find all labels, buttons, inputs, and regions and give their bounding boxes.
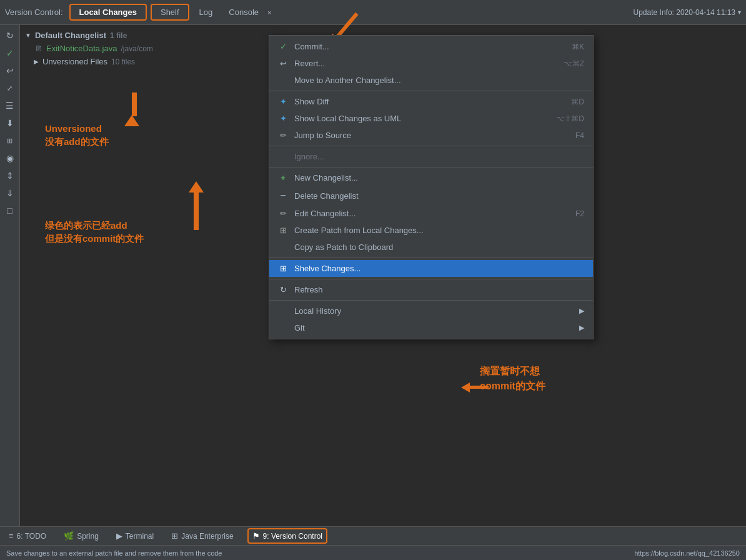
revert-icon[interactable]: ↩ — [2, 62, 18, 79]
tab-terminal[interactable]: ▶ Terminal — [112, 529, 157, 542]
tab-spring-label: Spring — [77, 532, 99, 541]
menu-label-create-patch: Create Patch from Local Changes... — [294, 226, 584, 235]
menu-item-delete-changelist[interactable]: − Delete Changelist — [269, 186, 593, 205]
annotation-unversioned-title: Unversioned — [45, 123, 102, 134]
chevron-down-icon[interactable]: ▾ — [738, 9, 741, 16]
menu-item-refresh[interactable]: ↻ Refresh — [269, 281, 593, 298]
menu-label-uml: Show Local Changes as UML — [294, 114, 550, 123]
file-item-exit-notice[interactable]: 🖹 ExitNoticeData.java /java/com — [20, 42, 289, 55]
menu-item-git[interactable]: Git ▶ — [269, 319, 593, 336]
tab-java-enterprise[interactable]: ⊞ Java Enterprise — [167, 529, 237, 542]
menu-item-uml[interactable]: ✦ Show Local Changes as UML ⌥⇧⌘D — [269, 110, 593, 127]
tab-java-label: Java Enterprise — [181, 532, 233, 541]
expand-icon[interactable]: ⇕ — [2, 168, 18, 184]
menu-item-new-changelist[interactable]: + New Changelist... — [269, 169, 593, 186]
tab-console[interactable]: Console — [222, 5, 265, 19]
annotation-green-desc: 但是没有commit的文件 — [45, 233, 144, 244]
diff-menu-icon: ✦ — [278, 97, 288, 106]
menu-label-new-changelist: New Changelist... — [294, 173, 584, 182]
submenu-arrow-git: ▶ — [579, 324, 584, 332]
patch-icon: ⊞ — [278, 226, 288, 235]
menu-label-jump: Jump to Source — [294, 131, 569, 140]
diff-icon[interactable]: ⤢ — [2, 80, 18, 96]
submenu-arrow-history: ▶ — [579, 307, 584, 315]
menu-label-refresh: Refresh — [294, 285, 584, 294]
menu-item-copy-patch[interactable]: Copy as Patch to Clipboard — [269, 239, 593, 256]
menu-label-history: Local History — [294, 306, 568, 316]
changelist-header[interactable]: ▼ Default Changelist 1 file — [20, 29, 289, 42]
shortcut-revert: ⌥⌘Z — [564, 59, 584, 68]
tab-todo-label: 6: TODO — [17, 532, 47, 541]
separator-1 — [269, 91, 593, 91]
delete-changelist-icon: − — [278, 190, 288, 201]
java-icon: ⊞ — [171, 531, 178, 541]
revert-menu-icon: ↩ — [278, 59, 288, 68]
changelist-name: Default Changelist — [35, 31, 106, 40]
shelve-icon: ⊞ — [278, 264, 288, 273]
tab-console-container: Console × — [222, 5, 271, 19]
separator-6 — [269, 300, 593, 301]
unversioned-triangle-icon: ▶ — [34, 58, 39, 65]
menu-item-move-changelist[interactable]: Move to Another Changelist... — [269, 72, 593, 89]
menu-item-revert[interactable]: ↩ Revert... ⌥⌘Z — [269, 55, 593, 72]
menu-item-shelve[interactable]: ⊞ Shelve Changes... — [269, 260, 593, 277]
commit-icon[interactable]: ✓ — [2, 45, 18, 61]
commit-menu-icon: ✓ — [278, 42, 288, 51]
changelist-file-count: 1 file — [110, 31, 127, 40]
annotation-unversioned: Unversioned 没有add的文件 — [45, 122, 109, 148]
shortcut-diff: ⌘D — [571, 98, 584, 106]
menu-label-revert: Revert... — [294, 59, 557, 68]
edit-changelist-icon: ✏ — [278, 209, 288, 218]
file-name-label: ExitNoticeData.java — [46, 44, 117, 53]
menu-label-shelve: Shelve Changes... — [294, 264, 584, 273]
tab-shelf[interactable]: Shelf — [151, 4, 189, 21]
eye-icon[interactable]: ◉ — [2, 150, 18, 166]
menu-item-jump-source[interactable]: ✏ Jump to Source F4 — [269, 127, 593, 144]
new-changelist-icon: + — [278, 173, 288, 182]
settings-icon[interactable]: □ — [2, 202, 18, 219]
menu-item-local-history[interactable]: Local History ▶ — [269, 302, 593, 319]
update-info-text: Update Info: 2020-04-14 11:13 — [634, 8, 735, 17]
collapse-icon[interactable]: ⇓ — [2, 185, 18, 201]
separator-4 — [269, 258, 593, 258]
menu-item-edit-changelist[interactable]: ✏ Edit Changelist... F2 — [269, 205, 593, 222]
tab-log[interactable]: Log — [193, 5, 219, 19]
download-icon[interactable]: ⬇ — [2, 115, 18, 131]
menu-label-git: Git — [294, 323, 568, 332]
annotation-unversioned-desc: 没有add的文件 — [45, 136, 109, 147]
shortcut-uml: ⌥⇧⌘D — [556, 114, 584, 123]
arrow-unversioned — [129, 92, 139, 126]
menu-item-create-patch[interactable]: ⊞ Create Patch from Local Changes... — [269, 222, 593, 239]
triangle-icon: ▼ — [25, 32, 31, 39]
group-icon[interactable]: ⊞ — [2, 132, 18, 149]
tab-spring[interactable]: 🌿 Spring — [60, 529, 102, 542]
file-path: /java/com — [121, 44, 152, 53]
clipboard-icon[interactable]: ☰ — [2, 98, 18, 114]
shortcut-commit: ⌘K — [572, 42, 584, 51]
refresh-icon[interactable]: ↻ — [2, 28, 18, 44]
unversioned-files-row[interactable]: ▶ Unversioned Files 10 files — [20, 55, 289, 68]
menu-label-delete-changelist: Delete Changelist — [294, 191, 584, 201]
separator-3 — [269, 167, 593, 168]
jump-menu-icon: ✏ — [278, 131, 288, 140]
version-control-label: Version Control: — [5, 8, 63, 17]
java-file-icon: 🖹 — [35, 44, 42, 53]
separator-2 — [269, 146, 593, 146]
separator-5 — [269, 279, 593, 279]
tab-vc-label: 9: Version Control — [263, 532, 322, 541]
tab-terminal-label: Terminal — [126, 532, 154, 541]
tab-local-changes[interactable]: Local Changes — [69, 4, 147, 21]
tab-todo[interactable]: ≡ 6: TODO — [5, 529, 50, 542]
tab-version-control[interactable]: ⚑ 9: Version Control — [247, 528, 327, 544]
annotation-green-title: 绿色的表示已经add — [45, 220, 127, 231]
update-info: Update Info: 2020-04-14 11:13 ▾ — [634, 8, 741, 17]
version-control-tab-icon: ⚑ — [252, 531, 260, 541]
spring-icon: 🌿 — [64, 531, 74, 541]
left-toolbar: ↻ ✓ ↩ ⤢ ☰ ⬇ ⊞ ◉ ⇕ ⇓ □ — [0, 25, 20, 526]
menu-item-show-diff[interactable]: ✦ Show Diff ⌘D — [269, 93, 593, 110]
console-close-icon[interactable]: × — [267, 9, 271, 16]
menu-item-ignore[interactable]: Ignore... — [269, 148, 593, 165]
menu-label-edit-changelist: Edit Changelist... — [294, 209, 569, 218]
menu-item-commit[interactable]: ✓ Commit... ⌘K — [269, 38, 593, 55]
unversioned-count: 10 files — [111, 58, 135, 66]
